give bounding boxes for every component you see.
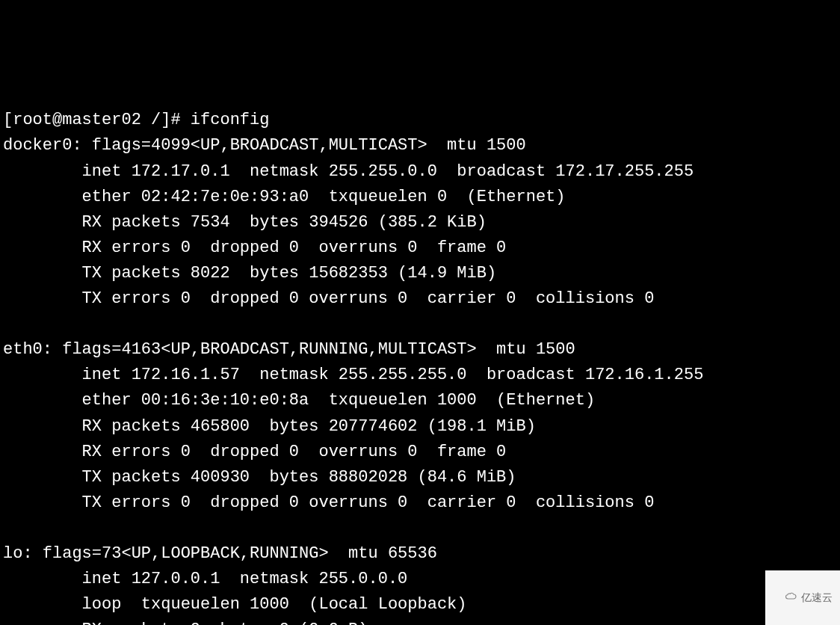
iface-eth0-tx-packets: TX packets 400930 bytes 88802028 (84.6 M…: [3, 468, 516, 487]
iface-eth0-tx-errors: TX errors 0 dropped 0 overruns 0 carrier…: [3, 493, 654, 512]
iface-eth0-rx-errors: RX errors 0 dropped 0 overruns 0 frame 0: [3, 443, 506, 461]
iface-docker0-inet: inet 172.17.0.1 netmask 255.255.0.0 broa…: [3, 162, 694, 181]
iface-lo-inet: inet 127.0.0.1 netmask 255.0.0.0: [3, 570, 407, 588]
iface-lo-loop: loop txqueuelen 1000 (Local Loopback): [3, 595, 467, 614]
cloud-icon: [773, 573, 798, 622]
shell-prompt: [root@master02 /]#: [3, 111, 191, 129]
iface-docker0-header: docker0: flags=4099<UP,BROADCAST,MULTICA…: [3, 136, 526, 155]
iface-docker0-rx-errors: RX errors 0 dropped 0 overruns 0 frame 0: [3, 238, 506, 257]
iface-docker0-ether: ether 02:42:7e:0e:93:a0 txqueuelen 0 (Et…: [3, 188, 566, 206]
watermark-text: 亿速云: [801, 590, 833, 606]
terminal-output: [root@master02 /]# ifconfig docker0: fla…: [3, 108, 837, 625]
iface-eth0-rx-packets: RX packets 465800 bytes 207774602 (198.1…: [3, 417, 536, 436]
iface-docker0-tx-packets: TX packets 8022 bytes 15682353 (14.9 MiB…: [3, 264, 496, 283]
iface-lo-rx-packets: RX packets 0 bytes 0 (0.0 B): [3, 621, 368, 625]
iface-eth0-ether: ether 00:16:3e:10:e0:8a txqueuelen 1000 …: [3, 391, 595, 410]
watermark-badge: 亿速云: [765, 570, 840, 625]
iface-eth0-header: eth0: flags=4163<UP,BROADCAST,RUNNING,MU…: [3, 340, 575, 359]
iface-lo-header: lo: flags=73<UP,LOOPBACK,RUNNING> mtu 65…: [3, 544, 437, 563]
iface-eth0-inet: inet 172.16.1.57 netmask 255.255.255.0 b…: [3, 366, 703, 384]
iface-docker0-rx-packets: RX packets 7534 bytes 394526 (385.2 KiB): [3, 213, 487, 232]
command-text[interactable]: ifconfig: [191, 111, 270, 129]
iface-docker0-tx-errors: TX errors 0 dropped 0 overruns 0 carrier…: [3, 289, 654, 308]
